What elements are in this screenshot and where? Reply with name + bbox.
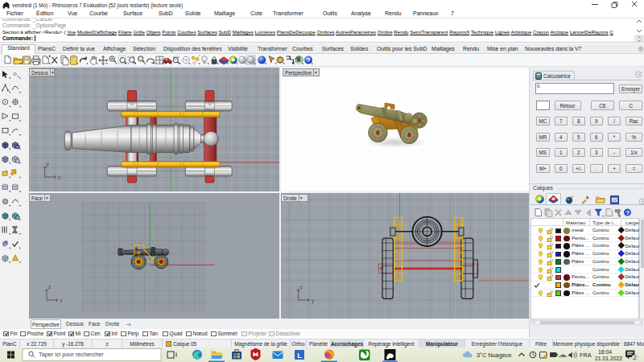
svg-text:3°C Nuageux: 3°C Nuageux [477, 352, 512, 359]
svg-text:Taper ici pour rechercher: Taper ici pour rechercher [39, 351, 104, 358]
svg-text:z: z [300, 284, 303, 290]
svg-text:x: x [60, 298, 63, 303]
svg-text:2: 2 [634, 355, 637, 360]
svg-text:?: ? [626, 209, 630, 216]
svg-text:y: y [47, 161, 50, 167]
svg-text:?: ? [307, 56, 311, 64]
svg-text:L: L [297, 352, 302, 360]
svg-text:z: z [48, 284, 51, 290]
svg-text:FRA: FRA [580, 352, 592, 359]
svg-text:18:04: 18:04 [598, 349, 612, 355]
svg-text:21.01.2022: 21.01.2022 [595, 356, 622, 361]
